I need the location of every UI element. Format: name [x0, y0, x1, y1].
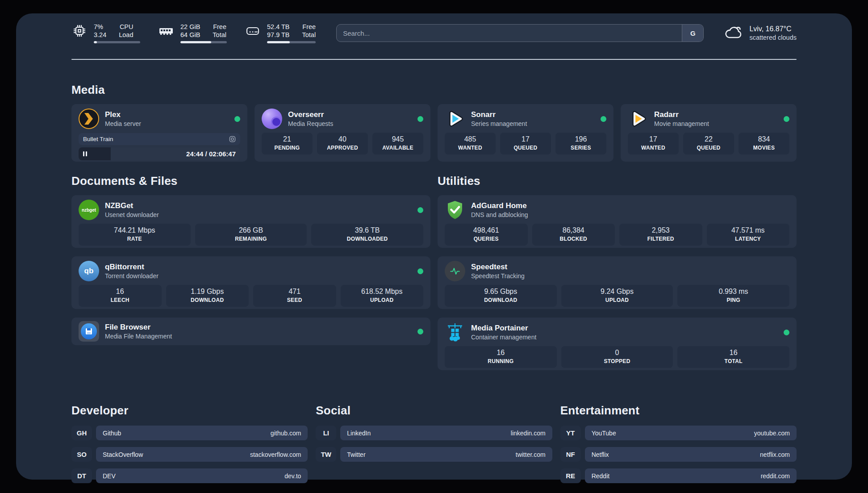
bookmark-name: DEV — [103, 472, 116, 480]
stat-value: 2,953 — [619, 226, 702, 235]
bookmark-domain: dev.to — [284, 472, 301, 480]
stat-label: RATE — [79, 236, 191, 242]
section-title-media: Media — [71, 83, 797, 97]
memory-total-value: 64 GiB — [180, 31, 200, 39]
stat-box: 17 WANTED — [628, 133, 679, 155]
stat-box: 2,953 FILTERED — [619, 224, 702, 246]
bookmark-abbr-badge: SO — [71, 447, 92, 462]
stat-value: 834 — [739, 135, 789, 144]
stat-box: 16 LEECH — [79, 285, 162, 307]
status-dot — [234, 116, 240, 122]
stat-value: 618.52 Mbps — [341, 287, 424, 296]
app-card-plex[interactable]: Plex Media server Bullet Train — [71, 104, 247, 162]
app-title: Media Portainer — [471, 323, 536, 333]
bookmark-twitter[interactable]: TW Twitter twitter.com — [316, 447, 552, 462]
plex-icon — [79, 109, 99, 129]
status-dot — [417, 329, 423, 334]
stat-value: 16 — [445, 348, 557, 357]
stat-label: UPLOAD — [341, 297, 424, 304]
disk-total-label: Total — [302, 31, 316, 39]
stat-value: 39.6 TB — [311, 226, 423, 235]
app-card-adguard[interactable]: AdGuard Home DNS and adblocking 498,461 … — [438, 195, 797, 248]
app-card-portainer[interactable]: Media Portainer Container management 16 … — [438, 318, 797, 370]
bookmark-abbr-badge: YT — [560, 426, 581, 440]
stat-value: 744.21 Mbps — [79, 226, 191, 235]
stat-label: DOWNLOAD — [166, 297, 249, 304]
bookmark-dev[interactable]: DT DEV dev.to — [71, 468, 308, 483]
app-card-overseerr[interactable]: Overseerr Media Requests 21 PENDING 40 A… — [255, 104, 430, 162]
app-description: Movie management — [654, 120, 709, 128]
adguard-icon — [445, 200, 465, 220]
cpu-load-label: Load — [119, 31, 133, 39]
stat-box: 86,384 BLOCKED — [532, 224, 615, 246]
app-title: Plex — [105, 110, 141, 120]
system-stats: 7% 3.24 CPU Load — [71, 23, 316, 43]
bookmark-domain: twitter.com — [516, 451, 546, 458]
memory-free-label: Free — [213, 23, 226, 31]
stat-box: 22 QUEUED — [683, 133, 734, 155]
stat-label: FILTERED — [619, 236, 702, 242]
bookmark-netflix[interactable]: NF Netflix netflix.com — [560, 447, 797, 462]
portainer-icon — [445, 322, 465, 343]
bookmark-abbr-badge: LI — [316, 426, 336, 440]
bookmark-domain: linkedin.com — [511, 430, 546, 437]
stat-label: BLOCKED — [532, 236, 615, 242]
status-dot — [417, 207, 423, 213]
section-title-entertainment: Entertainment — [560, 404, 797, 418]
bookmark-linkedin[interactable]: LI LinkedIn linkedin.com — [316, 426, 552, 440]
app-card-qbittorrent[interactable]: qb qBittorrent Torrent downloader 16 LEE… — [71, 256, 430, 309]
bookmarks-social: Social LI LinkedIn linkedin.com TW Twitt… — [316, 404, 552, 490]
filebrowser-icon — [79, 321, 99, 342]
bookmark-name: Twitter — [347, 451, 365, 458]
topbar-divider — [71, 59, 797, 60]
memory-progress-fill — [180, 41, 211, 43]
bookmark-youtube[interactable]: YT YouTube youtube.com — [560, 426, 797, 440]
app-card-speedtest[interactable]: Speedtest Speedtest Tracking 9.65 Gbps D… — [438, 256, 797, 309]
bookmark-name: LinkedIn — [347, 430, 371, 437]
stat-label: AVAILABLE — [372, 145, 423, 151]
status-dot — [417, 116, 423, 122]
app-title: qBittorrent — [105, 262, 159, 272]
section-utilities: Utilities AdGuard Home — [438, 174, 797, 379]
stat-value: 471 — [253, 287, 336, 296]
stat-value: 1.19 Gbps — [166, 287, 249, 296]
disk-free-value: 52.4 TB — [267, 23, 290, 31]
cpu-stat: 7% 3.24 CPU Load — [71, 23, 140, 43]
bookmark-reddit[interactable]: RE Reddit reddit.com — [560, 468, 797, 483]
bookmark-github[interactable]: GH Github github.com — [71, 426, 308, 440]
bookmark-name: YouTube — [592, 430, 616, 437]
stat-value: 22 — [683, 135, 734, 144]
search-input[interactable] — [337, 25, 682, 42]
bookmark-domain: stackoverflow.com — [250, 451, 301, 458]
bookmark-domain: github.com — [271, 430, 301, 437]
stat-box: 40 APPROVED — [317, 133, 368, 155]
memory-stat: 22 GiB 64 GiB Free Total — [158, 23, 227, 43]
search-engine-button[interactable]: G — [682, 25, 703, 42]
cpu-progress-bar — [94, 41, 140, 43]
app-card-filebrowser[interactable]: File Browser Media File Management — [71, 318, 430, 345]
stat-box: 945 AVAILABLE — [372, 133, 423, 155]
memory-free-value: 22 GiB — [180, 23, 200, 31]
stat-value: 17 — [628, 135, 679, 144]
stat-value: 0.993 ms — [677, 287, 789, 296]
stat-label: PENDING — [262, 145, 313, 151]
app-card-nzbget[interactable]: nzbget NZBGet Usenet downloader 744.21 M… — [71, 195, 430, 248]
disk-free-label: Free — [302, 23, 316, 31]
stat-value: 498,461 — [445, 226, 528, 235]
app-description: Container management — [471, 333, 536, 341]
app-card-sonarr[interactable]: Sonarr Series management 485 WANTED 17 Q… — [438, 104, 613, 162]
stat-label: LATENCY — [707, 236, 790, 242]
bookmark-name: StackOverflow — [103, 451, 143, 458]
disk-total-value: 97.9 TB — [267, 31, 290, 39]
weather-location-temp: Lviv, 16.87°C — [749, 25, 797, 33]
bookmark-name: Github — [103, 430, 121, 437]
bookmark-stackoverflow[interactable]: SO StackOverflow stackoverflow.com — [71, 447, 308, 462]
stat-box: 834 MOVIES — [739, 133, 789, 155]
app-description: Torrent downloader — [105, 272, 159, 280]
section-documents: Documents & Files nzbget NZBGet Usenet d… — [71, 174, 430, 379]
stat-label: RUNNING — [445, 358, 557, 365]
pause-icon — [83, 151, 87, 156]
app-card-radarr[interactable]: Radarr Movie management 17 WANTED 22 QUE… — [621, 104, 797, 162]
stat-box: 744.21 Mbps RATE — [79, 224, 191, 246]
bookmark-abbr-badge: GH — [71, 426, 92, 440]
